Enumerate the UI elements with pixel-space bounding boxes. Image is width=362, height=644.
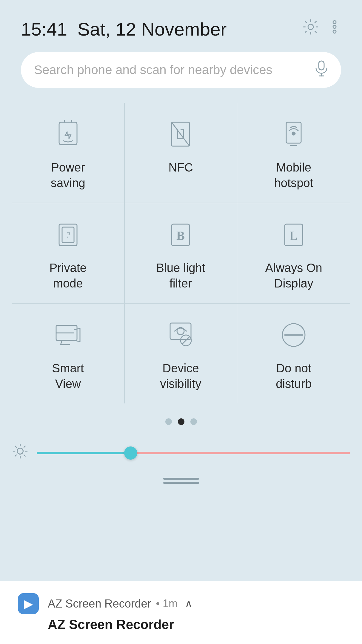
svg-point-0 — [308, 24, 313, 30]
notification-title: AZ Screen Recorder — [48, 617, 344, 632]
header-icons — [302, 18, 341, 40]
smart-view-icon — [52, 319, 84, 351]
handle-line-1 — [163, 478, 199, 480]
quick-tile-device-visibility[interactable]: Devicevisibility — [125, 304, 238, 403]
svg-point-13 — [292, 132, 295, 135]
slider-thumb[interactable] — [124, 446, 137, 460]
app-icon-symbol: ▶ — [24, 597, 33, 611]
quick-tile-do-not-disturb[interactable]: Do notdisturb — [237, 304, 350, 403]
blue-light-filter-label: Blue lightfilter — [156, 260, 205, 291]
svg-text:?: ? — [66, 230, 70, 239]
smart-view-label: SmartView — [52, 360, 84, 391]
time: 15:41 — [21, 19, 67, 39]
nfc-label: NFC — [168, 160, 193, 175]
power-saving-icon — [52, 118, 84, 151]
quick-tile-private-mode[interactable]: ? Privatemode — [12, 203, 125, 304]
svg-text:B: B — [176, 229, 185, 243]
svg-line-40 — [24, 446, 25, 447]
drag-handle[interactable] — [163, 478, 199, 484]
search-placeholder: Search phone and scan for nearby devices — [34, 63, 308, 77]
date: Sat, 12 November — [78, 19, 227, 39]
always-on-display-icon: L — [277, 218, 310, 251]
svg-point-1 — [333, 21, 336, 24]
dot-1[interactable] — [165, 418, 172, 425]
quick-tile-smart-view[interactable]: SmartView — [12, 304, 125, 403]
notification-expand-icon[interactable]: ∧ — [185, 597, 192, 610]
mobile-hotspot-label: Mobilehotspot — [274, 160, 313, 191]
search-bar[interactable]: Search phone and scan for nearby devices — [21, 52, 341, 88]
notification-app-name: AZ Screen Recorder — [48, 597, 151, 610]
notification-bar: ▶ AZ Screen Recorder • 1m ∧ AZ Screen Re… — [0, 581, 362, 644]
svg-line-23 — [61, 340, 62, 345]
do-not-disturb-icon — [277, 319, 310, 351]
brightness-row — [12, 443, 350, 463]
dot-3[interactable] — [190, 418, 197, 425]
slider-fill — [37, 452, 131, 454]
grid-row-1: Powersaving NFC — [12, 103, 350, 203]
private-mode-label: Privatemode — [50, 260, 87, 291]
device-visibility-label: Devicevisibility — [160, 360, 201, 391]
header: 15:41 Sat, 12 November — [0, 0, 362, 49]
svg-line-29 — [182, 337, 190, 344]
svg-line-39 — [15, 455, 16, 456]
svg-point-32 — [17, 448, 23, 454]
notification-meta: AZ Screen Recorder • 1m ∧ — [48, 597, 192, 610]
svg-rect-26 — [170, 323, 191, 339]
notification-app-icon: ▶ — [18, 593, 39, 614]
device-visibility-icon — [164, 319, 197, 351]
quick-tile-power-saving[interactable]: Powersaving — [12, 103, 125, 203]
private-mode-icon: ? — [52, 218, 84, 251]
notification-time: • 1m — [156, 597, 178, 610]
time-date: 15:41 Sat, 12 November — [21, 19, 227, 40]
power-saving-label: Powersaving — [51, 160, 85, 191]
pagination-dots — [165, 418, 197, 425]
quick-tile-mobile-hotspot[interactable]: Mobilehotspot — [237, 103, 350, 203]
brightness-slider[interactable] — [37, 452, 350, 454]
blue-light-filter-icon: B — [164, 218, 197, 251]
grid-row-2: ? Privatemode B Blue lightfilter L Alway — [12, 203, 350, 304]
quick-tile-blue-light-filter[interactable]: B Blue lightfilter — [125, 203, 238, 304]
svg-point-2 — [333, 25, 336, 28]
notification-header: ▶ AZ Screen Recorder • 1m ∧ — [18, 593, 344, 614]
nfc-icon — [164, 118, 197, 151]
dot-2[interactable] — [178, 418, 184, 425]
svg-rect-4 — [319, 61, 324, 70]
microphone-icon[interactable] — [315, 60, 328, 79]
svg-line-37 — [15, 446, 16, 447]
quick-settings-grid: Powersaving NFC — [12, 103, 350, 403]
svg-text:L: L — [290, 229, 298, 243]
quick-tile-nfc[interactable]: NFC — [125, 103, 238, 203]
handle-line-2 — [163, 482, 199, 484]
always-on-display-label: Always OnDisplay — [265, 260, 322, 291]
brightness-icon — [12, 443, 28, 463]
do-not-disturb-label: Do notdisturb — [276, 360, 312, 391]
svg-line-38 — [24, 455, 25, 456]
grid-row-3: SmartView Devicevisibility — [12, 304, 350, 403]
svg-line-11 — [172, 122, 190, 146]
svg-point-3 — [333, 30, 336, 33]
settings-icon[interactable] — [302, 18, 320, 40]
mobile-hotspot-icon — [277, 118, 310, 151]
svg-rect-7 — [59, 122, 77, 145]
quick-tile-always-on-display[interactable]: L Always OnDisplay — [237, 203, 350, 304]
slider-remaining — [131, 452, 350, 454]
more-options-icon[interactable] — [328, 18, 341, 40]
